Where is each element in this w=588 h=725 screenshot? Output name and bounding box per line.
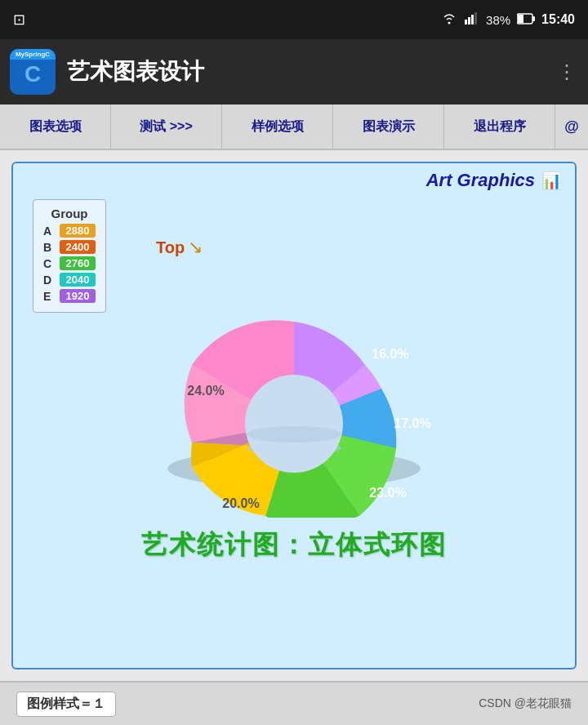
chart-container: Art Graphics 📊 Group A 2880 B 2400 C 276… xyxy=(11,162,577,669)
svg-rect-3 xyxy=(471,15,474,24)
time-display: 15:40 xyxy=(541,12,575,27)
chart-header: Art Graphics 📊 xyxy=(13,163,575,191)
app-icon: MySpringC C xyxy=(10,49,56,95)
status-right: 38% 15:40 xyxy=(440,11,575,28)
legend-title: Group xyxy=(43,207,96,220)
svg-text:24.0%: 24.0% xyxy=(187,384,224,398)
chart-subtitle: 艺术统计图：立体式环图 xyxy=(141,527,447,563)
svg-text:17.0%: 17.0% xyxy=(394,416,430,430)
svg-text:20.0%: 20.0% xyxy=(222,496,259,510)
svg-rect-7 xyxy=(532,16,535,21)
title-bar: MySpringC C 艺术图表设计 ⋮ xyxy=(0,39,588,105)
svg-rect-2 xyxy=(468,17,470,24)
svg-text:23.0%: 23.0% xyxy=(369,486,406,500)
nav-at[interactable]: @ xyxy=(555,105,588,149)
nav-bar: 图表选项 测试 >>> 样例选项 图表演示 退出程序 @ xyxy=(0,105,588,150)
battery-percent: 38% xyxy=(486,13,510,27)
legend-item-a: A 2880 xyxy=(43,224,96,238)
svg-rect-1 xyxy=(465,20,467,24)
legend-item-e: E 1920 xyxy=(43,289,96,303)
chart-area: Art Graphics 📊 Group A 2880 B 2400 C 276… xyxy=(0,150,588,681)
legend-item-b: B 2400 xyxy=(43,240,96,254)
wifi-icon xyxy=(440,11,458,28)
status-bar: ⊡ 38% 15:40 xyxy=(0,0,588,39)
svg-point-11 xyxy=(247,426,341,443)
nav-test[interactable]: 测试 >>> xyxy=(111,105,222,149)
legend-item-c: C 2760 xyxy=(43,256,96,270)
battery-icon xyxy=(517,13,535,27)
bar-chart-icon: 📊 xyxy=(541,171,562,190)
nav-sample[interactable]: 样例选项 xyxy=(222,105,333,149)
donut-svg: 16.0% 17.0% 23.0% 20.0% 24.0% xyxy=(106,207,482,518)
app-icon-letter: C xyxy=(24,61,41,87)
nav-demo[interactable]: 图表演示 xyxy=(333,105,444,149)
svg-rect-6 xyxy=(518,15,523,23)
app-icon-label: MySpringC xyxy=(10,49,56,60)
status-left: ⊡ xyxy=(13,11,25,29)
svg-point-10 xyxy=(245,375,343,473)
bottom-badge: 图例样式＝１ xyxy=(16,692,116,717)
nav-exit[interactable]: 退出程序 xyxy=(444,105,555,149)
legend-item-d: D 2040 xyxy=(43,273,96,287)
screenshot-icon: ⊡ xyxy=(13,11,25,29)
title-left: MySpringC C 艺术图表设计 xyxy=(10,49,204,95)
menu-button[interactable]: ⋮ xyxy=(557,60,578,83)
nav-chart-options[interactable]: 图表选项 xyxy=(0,105,111,149)
svg-text:16.0%: 16.0% xyxy=(372,347,408,361)
signal-icon xyxy=(465,11,479,28)
app-title: 艺术图表设计 xyxy=(67,56,204,87)
bottom-credit: CSDN @老花眼猫 xyxy=(479,696,572,711)
bottom-bar: 图例样式＝１ CSDN @老花眼猫 xyxy=(0,681,588,725)
chart-title: Art Graphics xyxy=(426,170,535,191)
svg-point-0 xyxy=(448,22,451,24)
svg-rect-4 xyxy=(474,12,477,24)
donut-chart: 16.0% 17.0% 23.0% 20.0% 24.0% xyxy=(106,207,482,521)
legend-box: Group A 2880 B 2400 C 2760 D 2040 E 1920 xyxy=(33,199,106,313)
